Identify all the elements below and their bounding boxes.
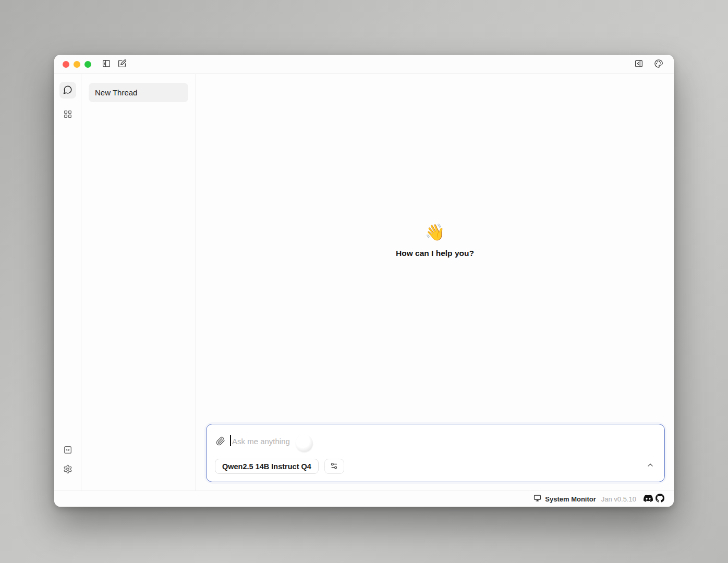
- message-input[interactable]: [232, 435, 451, 447]
- main-chat-area: 👋 How can I help you? Qwen2.5 14B Instru…: [196, 74, 674, 491]
- close-button[interactable]: [63, 61, 69, 68]
- app-version-label: Jan v0.5.10: [601, 495, 636, 503]
- discord-icon: [644, 494, 653, 505]
- system-monitor-button[interactable]: System Monitor: [533, 494, 596, 504]
- titlebar-right: [626, 57, 665, 71]
- sidebar: [54, 74, 81, 491]
- model-selector-button[interactable]: Qwen2.5 14B Instruct Q4: [215, 459, 319, 474]
- github-icon: [656, 494, 664, 504]
- desktop-background: { "titlebar": { "close": "close", "minim…: [0, 0, 728, 563]
- model-settings-button[interactable]: [324, 459, 344, 474]
- panel-right-icon: [634, 59, 644, 70]
- thread-list-panel: New Thread: [81, 74, 196, 491]
- discord-link-button[interactable]: [642, 493, 654, 505]
- sidebar-item-settings[interactable]: [59, 461, 76, 478]
- code-square-icon: [63, 445, 72, 456]
- greeting-text: How can I help you?: [396, 249, 474, 258]
- edit-icon: [117, 59, 127, 70]
- window-body: New Thread 👋 How can I help you? Qwen2.5…: [54, 74, 674, 491]
- grid-icon: [63, 109, 72, 120]
- minimize-button[interactable]: [74, 61, 80, 68]
- traffic-lights: [63, 61, 91, 68]
- thread-list-item[interactable]: New Thread: [89, 83, 188, 102]
- composer-toolbar: Qwen2.5 14B Instruct Q4: [215, 459, 344, 474]
- app-window: New Thread 👋 How can I help you? Qwen2.5…: [54, 55, 674, 507]
- system-monitor-label: System Monitor: [545, 495, 596, 503]
- panel-left-icon: [102, 59, 111, 70]
- github-link-button[interactable]: [654, 493, 665, 505]
- collapse-composer-button[interactable]: [644, 459, 657, 472]
- sliders-icon: [330, 462, 338, 471]
- palette-icon: [654, 59, 663, 70]
- waving-hand-emoji: 👋: [425, 224, 445, 240]
- cursor-highlight: [296, 435, 313, 452]
- chat-bubble-icon: [63, 85, 72, 96]
- theme-palette-button[interactable]: [652, 57, 665, 71]
- status-bar: System Monitor Jan v0.5.10: [54, 491, 674, 507]
- attach-file-button[interactable]: [215, 436, 226, 447]
- text-caret: [230, 435, 231, 446]
- empty-state-greeting: 👋 How can I help you?: [196, 224, 674, 258]
- message-composer[interactable]: Qwen2.5 14B Instruct Q4: [206, 424, 665, 482]
- titlebar: [54, 55, 674, 74]
- toggle-left-panel-button[interactable]: [100, 57, 113, 71]
- zoom-button[interactable]: [84, 61, 91, 68]
- toggle-right-panel-button[interactable]: [632, 57, 646, 71]
- sidebar-item-hub[interactable]: [59, 106, 76, 123]
- sidebar-item-local-api-server[interactable]: [59, 442, 76, 459]
- paperclip-icon: [216, 436, 225, 447]
- thread-title: New Thread: [95, 88, 137, 97]
- model-name-label: Qwen2.5 14B Instruct Q4: [222, 462, 311, 471]
- chevron-up-icon: [646, 461, 654, 471]
- sidebar-item-threads[interactable]: [59, 82, 76, 99]
- monitor-icon: [533, 494, 541, 504]
- new-thread-button[interactable]: [115, 57, 129, 71]
- gear-icon: [63, 464, 72, 475]
